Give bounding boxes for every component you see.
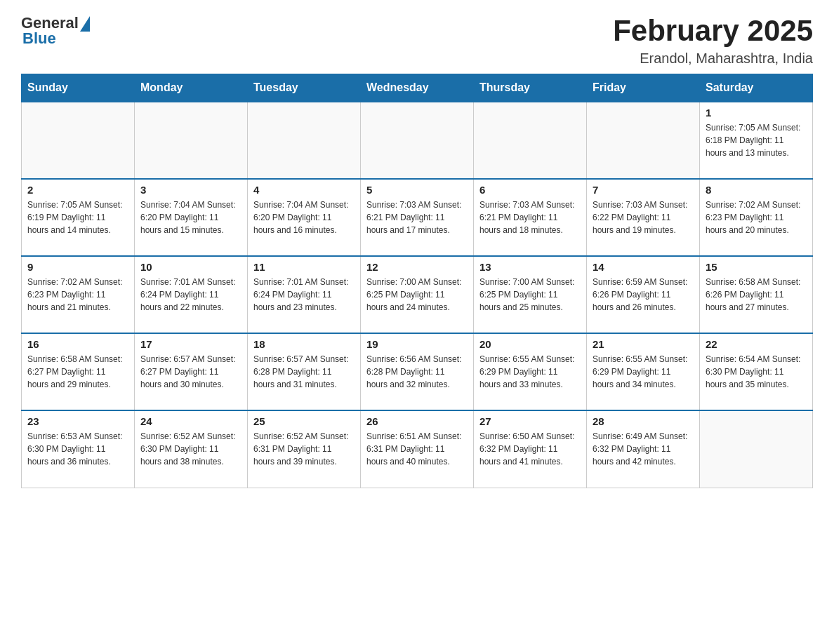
day-number: 5 — [366, 184, 468, 196]
day-number: 8 — [706, 184, 807, 196]
logo: General Blue — [21, 14, 90, 48]
day-info: Sunrise: 7:03 AM Sunset: 6:21 PM Dayligh… — [479, 199, 581, 236]
day-number: 21 — [593, 338, 694, 350]
table-row: 25Sunrise: 6:52 AM Sunset: 6:31 PM Dayli… — [248, 410, 361, 488]
calendar-week-row: 2Sunrise: 7:05 AM Sunset: 6:19 PM Daylig… — [22, 179, 813, 256]
day-info: Sunrise: 6:53 AM Sunset: 6:30 PM Dayligh… — [27, 430, 128, 468]
table-row: 7Sunrise: 7:03 AM Sunset: 6:22 PM Daylig… — [587, 179, 700, 256]
day-number: 15 — [706, 261, 807, 273]
day-number: 1 — [706, 107, 807, 119]
calendar-week-row: 9Sunrise: 7:02 AM Sunset: 6:23 PM Daylig… — [22, 256, 813, 333]
table-row: 26Sunrise: 6:51 AM Sunset: 6:31 PM Dayli… — [361, 410, 474, 488]
header-thursday: Thursday — [474, 74, 587, 102]
table-row: 17Sunrise: 6:57 AM Sunset: 6:27 PM Dayli… — [135, 333, 248, 410]
calendar-week-row: 16Sunrise: 6:58 AM Sunset: 6:27 PM Dayli… — [22, 333, 813, 410]
day-number: 18 — [253, 338, 355, 350]
table-row: 14Sunrise: 6:59 AM Sunset: 6:26 PM Dayli… — [587, 256, 700, 333]
day-number: 23 — [27, 415, 128, 427]
table-row: 23Sunrise: 6:53 AM Sunset: 6:30 PM Dayli… — [22, 410, 135, 488]
day-info: Sunrise: 6:56 AM Sunset: 6:28 PM Dayligh… — [366, 353, 468, 391]
calendar-week-row: 1Sunrise: 7:05 AM Sunset: 6:18 PM Daylig… — [22, 102, 813, 179]
day-info: Sunrise: 7:00 AM Sunset: 6:25 PM Dayligh… — [366, 276, 468, 314]
table-row: 22Sunrise: 6:54 AM Sunset: 6:30 PM Dayli… — [700, 333, 813, 410]
day-info: Sunrise: 7:04 AM Sunset: 6:20 PM Dayligh… — [253, 199, 355, 236]
table-row: 19Sunrise: 6:56 AM Sunset: 6:28 PM Dayli… — [361, 333, 474, 410]
day-number: 26 — [366, 415, 468, 427]
table-row: 16Sunrise: 6:58 AM Sunset: 6:27 PM Dayli… — [22, 333, 135, 410]
table-row: 13Sunrise: 7:00 AM Sunset: 6:25 PM Dayli… — [474, 256, 587, 333]
day-info: Sunrise: 7:01 AM Sunset: 6:24 PM Dayligh… — [253, 276, 355, 314]
calendar-week-row: 23Sunrise: 6:53 AM Sunset: 6:30 PM Dayli… — [22, 410, 813, 488]
table-row — [248, 102, 361, 179]
day-info: Sunrise: 7:05 AM Sunset: 6:18 PM Dayligh… — [706, 121, 807, 159]
day-number: 6 — [479, 184, 581, 196]
day-info: Sunrise: 6:49 AM Sunset: 6:32 PM Dayligh… — [593, 430, 694, 468]
day-number: 13 — [479, 261, 581, 273]
table-row: 27Sunrise: 6:50 AM Sunset: 6:32 PM Dayli… — [474, 410, 587, 488]
day-info: Sunrise: 6:59 AM Sunset: 6:26 PM Dayligh… — [593, 276, 694, 314]
day-info: Sunrise: 6:51 AM Sunset: 6:31 PM Dayligh… — [366, 430, 468, 468]
table-row: 4Sunrise: 7:04 AM Sunset: 6:20 PM Daylig… — [248, 179, 361, 256]
day-info: Sunrise: 6:57 AM Sunset: 6:27 PM Dayligh… — [140, 353, 241, 391]
header-sunday: Sunday — [22, 74, 135, 102]
day-info: Sunrise: 7:03 AM Sunset: 6:22 PM Dayligh… — [593, 199, 694, 236]
day-info: Sunrise: 6:58 AM Sunset: 6:27 PM Dayligh… — [27, 353, 128, 391]
day-info: Sunrise: 7:00 AM Sunset: 6:25 PM Dayligh… — [479, 276, 581, 314]
table-row — [587, 102, 700, 179]
table-row: 8Sunrise: 7:02 AM Sunset: 6:23 PM Daylig… — [700, 179, 813, 256]
calendar-table: Sunday Monday Tuesday Wednesday Thursday… — [21, 74, 813, 488]
day-number: 17 — [140, 338, 241, 350]
day-info: Sunrise: 6:52 AM Sunset: 6:31 PM Dayligh… — [253, 430, 355, 468]
table-row: 9Sunrise: 7:02 AM Sunset: 6:23 PM Daylig… — [22, 256, 135, 333]
day-number: 25 — [253, 415, 355, 427]
header-tuesday: Tuesday — [248, 74, 361, 102]
day-info: Sunrise: 6:57 AM Sunset: 6:28 PM Dayligh… — [253, 353, 355, 391]
day-info: Sunrise: 7:02 AM Sunset: 6:23 PM Dayligh… — [706, 199, 807, 236]
day-number: 10 — [140, 261, 241, 273]
table-row: 3Sunrise: 7:04 AM Sunset: 6:20 PM Daylig… — [135, 179, 248, 256]
table-row — [474, 102, 587, 179]
day-number: 14 — [593, 261, 694, 273]
table-row — [700, 410, 813, 488]
logo-blue-text: Blue — [21, 29, 56, 48]
day-info: Sunrise: 6:55 AM Sunset: 6:29 PM Dayligh… — [479, 353, 581, 391]
table-row: 10Sunrise: 7:01 AM Sunset: 6:24 PM Dayli… — [135, 256, 248, 333]
day-number: 28 — [593, 415, 694, 427]
table-row — [361, 102, 474, 179]
day-info: Sunrise: 6:54 AM Sunset: 6:30 PM Dayligh… — [706, 353, 807, 391]
table-row — [22, 102, 135, 179]
day-number: 7 — [593, 184, 694, 196]
day-info: Sunrise: 6:50 AM Sunset: 6:32 PM Dayligh… — [479, 430, 581, 468]
table-row: 21Sunrise: 6:55 AM Sunset: 6:29 PM Dayli… — [587, 333, 700, 410]
day-info: Sunrise: 6:55 AM Sunset: 6:29 PM Dayligh… — [593, 353, 694, 391]
day-number: 24 — [140, 415, 241, 427]
table-row: 1Sunrise: 7:05 AM Sunset: 6:18 PM Daylig… — [700, 102, 813, 179]
day-info: Sunrise: 7:04 AM Sunset: 6:20 PM Dayligh… — [140, 199, 241, 236]
table-row — [135, 102, 248, 179]
table-row: 15Sunrise: 6:58 AM Sunset: 6:26 PM Dayli… — [700, 256, 813, 333]
table-row: 20Sunrise: 6:55 AM Sunset: 6:29 PM Dayli… — [474, 333, 587, 410]
day-number: 19 — [366, 338, 468, 350]
day-number: 11 — [253, 261, 355, 273]
table-row: 28Sunrise: 6:49 AM Sunset: 6:32 PM Dayli… — [587, 410, 700, 488]
day-number: 16 — [27, 338, 128, 350]
title-area: February 2025 Erandol, Maharashtra, Indi… — [613, 14, 813, 67]
table-row: 24Sunrise: 6:52 AM Sunset: 6:30 PM Dayli… — [135, 410, 248, 488]
table-row: 18Sunrise: 6:57 AM Sunset: 6:28 PM Dayli… — [248, 333, 361, 410]
day-info: Sunrise: 7:01 AM Sunset: 6:24 PM Dayligh… — [140, 276, 241, 314]
table-row: 2Sunrise: 7:05 AM Sunset: 6:19 PM Daylig… — [22, 179, 135, 256]
table-row: 6Sunrise: 7:03 AM Sunset: 6:21 PM Daylig… — [474, 179, 587, 256]
table-row: 11Sunrise: 7:01 AM Sunset: 6:24 PM Dayli… — [248, 256, 361, 333]
day-number: 12 — [366, 261, 468, 273]
day-number: 4 — [253, 184, 355, 196]
day-info: Sunrise: 6:52 AM Sunset: 6:30 PM Dayligh… — [140, 430, 241, 468]
day-number: 27 — [479, 415, 581, 427]
calendar-header-row: Sunday Monday Tuesday Wednesday Thursday… — [22, 74, 813, 102]
day-info: Sunrise: 6:58 AM Sunset: 6:26 PM Dayligh… — [706, 276, 807, 314]
day-number: 2 — [27, 184, 128, 196]
header-wednesday: Wednesday — [361, 74, 474, 102]
header-monday: Monday — [135, 74, 248, 102]
page-header: General Blue February 2025 Erandol, Maha… — [21, 14, 813, 67]
logo-triangle-icon — [80, 16, 90, 32]
day-number: 20 — [479, 338, 581, 350]
